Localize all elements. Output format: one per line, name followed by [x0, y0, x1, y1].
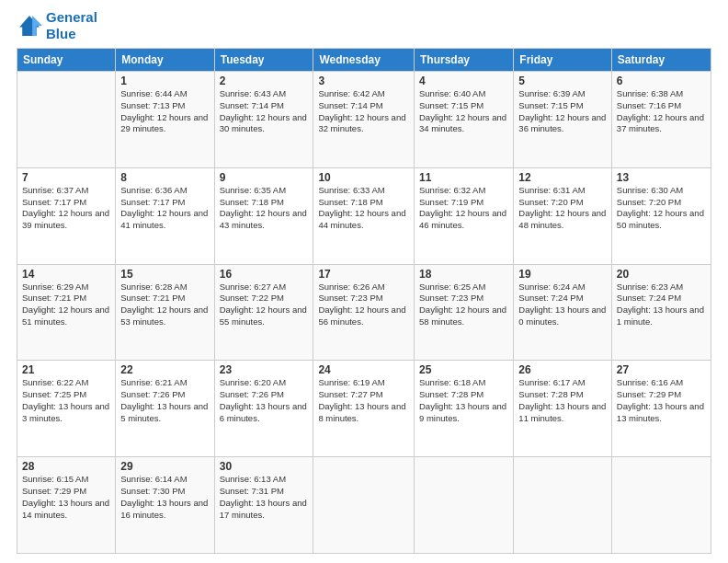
calendar-cell: 29Sunrise: 6:14 AMSunset: 7:30 PMDayligh… — [116, 457, 214, 554]
logo-text: General Blue — [46, 9, 97, 42]
cell-info: Sunrise: 6:15 AMSunset: 7:29 PMDaylight:… — [22, 474, 110, 521]
cell-info: Sunrise: 6:30 AMSunset: 7:20 PMDaylight:… — [617, 185, 706, 232]
day-number: 21 — [22, 363, 110, 376]
cell-info: Sunrise: 6:36 AMSunset: 7:17 PMDaylight:… — [120, 185, 209, 232]
calendar-header-row: SundayMondayTuesdayWednesdayThursdayFrid… — [17, 49, 711, 72]
day-number: 15 — [120, 268, 209, 281]
calendar-cell: 8Sunrise: 6:36 AMSunset: 7:17 PMDaylight… — [116, 167, 214, 264]
calendar-cell — [415, 457, 514, 554]
calendar-cell: 20Sunrise: 6:23 AMSunset: 7:24 PMDayligh… — [611, 264, 711, 361]
calendar-cell: 26Sunrise: 6:17 AMSunset: 7:28 PMDayligh… — [514, 361, 612, 457]
day-number: 10 — [318, 171, 409, 184]
calendar-table: SundayMondayTuesdayWednesdayThursdayFrid… — [17, 48, 711, 554]
cell-info: Sunrise: 6:13 AMSunset: 7:31 PMDaylight:… — [220, 474, 309, 521]
calendar-cell: 15Sunrise: 6:28 AMSunset: 7:21 PMDayligh… — [116, 264, 214, 361]
day-number: 19 — [518, 268, 607, 281]
cell-info: Sunrise: 6:42 AMSunset: 7:14 PMDaylight:… — [318, 88, 409, 135]
calendar-week-row: 1Sunrise: 6:44 AMSunset: 7:13 PMDaylight… — [17, 72, 711, 168]
day-number: 29 — [120, 460, 209, 473]
day-number: 17 — [318, 268, 409, 281]
day-number: 26 — [518, 363, 607, 376]
cell-info: Sunrise: 6:28 AMSunset: 7:21 PMDaylight:… — [120, 282, 209, 328]
cell-info: Sunrise: 6:33 AMSunset: 7:18 PMDaylight:… — [318, 185, 409, 232]
calendar-cell: 9Sunrise: 6:35 AMSunset: 7:18 PMDaylight… — [214, 167, 313, 264]
logo: General Blue — [17, 9, 97, 42]
day-number: 1 — [120, 75, 209, 87]
day-header-tuesday: Tuesday — [214, 49, 313, 72]
day-number: 20 — [617, 268, 706, 281]
day-number: 27 — [617, 363, 706, 376]
day-number: 2 — [220, 75, 309, 87]
day-number: 7 — [22, 171, 110, 184]
day-number: 22 — [120, 363, 209, 376]
calendar-cell: 28Sunrise: 6:15 AMSunset: 7:29 PMDayligh… — [17, 457, 116, 554]
cell-info: Sunrise: 6:29 AMSunset: 7:21 PMDaylight:… — [22, 282, 110, 328]
calendar-cell: 7Sunrise: 6:37 AMSunset: 7:17 PMDaylight… — [17, 167, 116, 264]
cell-info: Sunrise: 6:19 AMSunset: 7:27 PMDaylight:… — [318, 377, 409, 424]
cell-info: Sunrise: 6:27 AMSunset: 7:22 PMDaylight:… — [220, 282, 309, 328]
calendar-cell: 24Sunrise: 6:19 AMSunset: 7:27 PMDayligh… — [313, 361, 415, 457]
cell-info: Sunrise: 6:14 AMSunset: 7:30 PMDaylight:… — [120, 474, 209, 521]
calendar-cell: 22Sunrise: 6:21 AMSunset: 7:26 PMDayligh… — [116, 361, 214, 457]
day-header-thursday: Thursday — [415, 49, 514, 72]
cell-info: Sunrise: 6:21 AMSunset: 7:26 PMDaylight:… — [120, 377, 209, 424]
header: General Blue — [17, 9, 711, 42]
calendar-cell: 3Sunrise: 6:42 AMSunset: 7:14 PMDaylight… — [313, 72, 415, 168]
day-header-sunday: Sunday — [17, 49, 116, 72]
cell-info: Sunrise: 6:43 AMSunset: 7:14 PMDaylight:… — [220, 88, 309, 135]
day-number: 5 — [518, 75, 607, 87]
calendar-cell: 30Sunrise: 6:13 AMSunset: 7:31 PMDayligh… — [214, 457, 313, 554]
cell-info: Sunrise: 6:37 AMSunset: 7:17 PMDaylight:… — [22, 185, 110, 232]
calendar-cell: 14Sunrise: 6:29 AMSunset: 7:21 PMDayligh… — [17, 264, 116, 361]
day-header-wednesday: Wednesday — [313, 49, 415, 72]
day-number: 6 — [617, 75, 706, 87]
day-number: 9 — [220, 171, 309, 184]
day-number: 23 — [220, 363, 309, 376]
day-number: 16 — [220, 268, 309, 281]
page: General Blue SundayMondayTuesdayWednesda… — [0, 0, 728, 563]
cell-info: Sunrise: 6:31 AMSunset: 7:20 PMDaylight:… — [518, 185, 607, 232]
calendar-cell — [313, 457, 415, 554]
day-number: 28 — [22, 460, 110, 473]
logo-icon — [17, 13, 42, 39]
cell-info: Sunrise: 6:20 AMSunset: 7:26 PMDaylight:… — [220, 377, 309, 424]
cell-info: Sunrise: 6:39 AMSunset: 7:15 PMDaylight:… — [518, 88, 607, 135]
cell-info: Sunrise: 6:25 AMSunset: 7:23 PMDaylight:… — [419, 282, 508, 328]
calendar-cell: 2Sunrise: 6:43 AMSunset: 7:14 PMDaylight… — [214, 72, 313, 168]
calendar-cell: 21Sunrise: 6:22 AMSunset: 7:25 PMDayligh… — [17, 361, 116, 457]
cell-info: Sunrise: 6:16 AMSunset: 7:29 PMDaylight:… — [617, 377, 706, 424]
calendar-cell: 16Sunrise: 6:27 AMSunset: 7:22 PMDayligh… — [214, 264, 313, 361]
calendar-cell — [611, 457, 711, 554]
calendar-week-row: 21Sunrise: 6:22 AMSunset: 7:25 PMDayligh… — [17, 361, 711, 457]
calendar-cell: 11Sunrise: 6:32 AMSunset: 7:19 PMDayligh… — [415, 167, 514, 264]
calendar-cell: 19Sunrise: 6:24 AMSunset: 7:24 PMDayligh… — [514, 264, 612, 361]
calendar-cell — [17, 72, 116, 168]
calendar-cell: 27Sunrise: 6:16 AMSunset: 7:29 PMDayligh… — [611, 361, 711, 457]
calendar-cell: 6Sunrise: 6:38 AMSunset: 7:16 PMDaylight… — [611, 72, 711, 168]
day-number: 25 — [419, 363, 508, 376]
day-number: 3 — [318, 75, 409, 87]
calendar-week-row: 7Sunrise: 6:37 AMSunset: 7:17 PMDaylight… — [17, 167, 711, 264]
calendar-cell: 5Sunrise: 6:39 AMSunset: 7:15 PMDaylight… — [514, 72, 612, 168]
cell-info: Sunrise: 6:17 AMSunset: 7:28 PMDaylight:… — [518, 377, 607, 424]
cell-info: Sunrise: 6:44 AMSunset: 7:13 PMDaylight:… — [120, 88, 209, 135]
day-header-friday: Friday — [514, 49, 612, 72]
calendar-cell: 10Sunrise: 6:33 AMSunset: 7:18 PMDayligh… — [313, 167, 415, 264]
day-number: 13 — [617, 171, 706, 184]
cell-info: Sunrise: 6:32 AMSunset: 7:19 PMDaylight:… — [419, 185, 508, 232]
calendar-cell: 13Sunrise: 6:30 AMSunset: 7:20 PMDayligh… — [611, 167, 711, 264]
day-number: 24 — [318, 363, 409, 376]
calendar-cell: 25Sunrise: 6:18 AMSunset: 7:28 PMDayligh… — [415, 361, 514, 457]
calendar-week-row: 28Sunrise: 6:15 AMSunset: 7:29 PMDayligh… — [17, 457, 711, 554]
cell-info: Sunrise: 6:23 AMSunset: 7:24 PMDaylight:… — [617, 282, 706, 328]
calendar-cell: 1Sunrise: 6:44 AMSunset: 7:13 PMDaylight… — [116, 72, 214, 168]
cell-info: Sunrise: 6:22 AMSunset: 7:25 PMDaylight:… — [22, 377, 110, 424]
day-number: 18 — [419, 268, 508, 281]
day-header-saturday: Saturday — [611, 49, 711, 72]
day-number: 30 — [220, 460, 309, 473]
day-header-monday: Monday — [116, 49, 214, 72]
calendar-week-row: 14Sunrise: 6:29 AMSunset: 7:21 PMDayligh… — [17, 264, 711, 361]
calendar-cell — [514, 457, 612, 554]
calendar-cell: 23Sunrise: 6:20 AMSunset: 7:26 PMDayligh… — [214, 361, 313, 457]
day-number: 12 — [518, 171, 607, 184]
